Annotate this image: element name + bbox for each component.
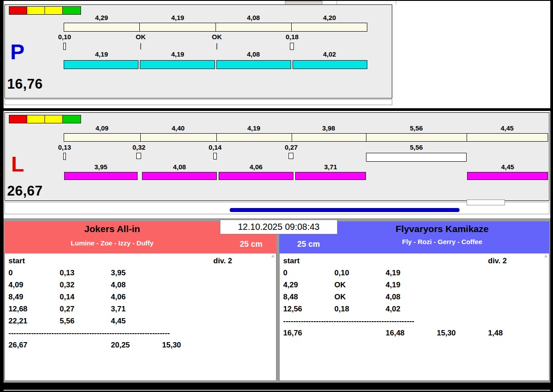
lane-l-upper-bar	[64, 133, 548, 142]
checkpoint-label: 0,10	[58, 33, 71, 41]
throw-value: 4,20	[323, 14, 336, 21]
bar-segment	[292, 134, 366, 141]
table-cell: 4,19	[386, 281, 400, 290]
start-label: start	[8, 257, 25, 265]
table-cell: 0,32	[60, 281, 74, 290]
team-left-panel: Jokers All-in Lumine - Zoe - Izzy - Duff…	[4, 221, 276, 381]
status-light-yellow-icon	[27, 7, 45, 14]
team-right-panel: Flyvaryors Kamikaze Fly - Rozi - Gerry -…	[279, 221, 549, 381]
checkpoint-tick	[140, 43, 141, 49]
team-name: Flyvaryors Kamikaze	[336, 224, 548, 234]
checkpoint-label: 0,13	[58, 143, 71, 151]
distance-label: 25 cm	[288, 240, 329, 249]
measure-marker	[290, 43, 294, 50]
bar-segment	[366, 134, 467, 141]
separator-dashes: ----------------------------------------…	[283, 317, 418, 326]
lane-divider	[4, 108, 550, 111]
status-light-red-icon	[9, 115, 27, 123]
table-cell: 4,02	[386, 305, 400, 314]
table-row: start div. 2	[5, 257, 276, 269]
separator-row: ----------------------------------------…	[280, 317, 549, 329]
checkpoint-label: OK	[136, 33, 146, 41]
bar-segment	[216, 60, 291, 69]
window-fragment	[337, 1, 396, 4]
lane-p-total: 16,76	[7, 76, 43, 92]
measure-marker	[213, 153, 217, 159]
scoreboard-window: 4,29 4,19 4,08 4,20 0,10 OK OK 0,18 4,19…	[0, 0, 553, 392]
throw-value: 4,19	[95, 50, 108, 58]
table-row: 8,48 OK 4,08	[280, 293, 549, 305]
table-row: 12,56 0,18 4,02	[280, 305, 549, 317]
status-lights	[9, 6, 81, 15]
team-players: Fly - Rozi - Gerry - Coffee	[336, 238, 548, 245]
throw-value: 5,56	[410, 124, 423, 132]
bar-segment	[216, 23, 292, 31]
lane-l-lower-bar-segment: 4,08	[142, 172, 217, 180]
bar-segment	[140, 23, 216, 31]
throw-value: 4,19	[247, 124, 260, 132]
throw-value: 4,02	[323, 50, 336, 58]
lane-l-lower-bar-segment: 4,45	[467, 172, 548, 180]
measure-marker	[63, 43, 66, 50]
table-row: 4,09 0,32 4,08	[5, 281, 276, 293]
table-row: 0 0,13 3,95	[5, 269, 276, 281]
throw-value: 4,08	[173, 163, 186, 171]
table-cell: 4,06	[111, 293, 126, 302]
mini-status-box	[467, 200, 505, 205]
bar-segment	[140, 60, 215, 69]
lane-p-panel: 4,29 4,19 4,08 4,20 0,10 OK OK 0,18 4,19…	[4, 4, 392, 98]
table-row: 8,49 0,14 4,06	[5, 293, 276, 305]
table-cell: 3,71	[111, 305, 126, 314]
throw-value: 3,98	[322, 124, 335, 132]
lane-l-lower-bar-segment: 3,95	[64, 172, 138, 180]
measure-marker	[289, 153, 293, 159]
table-cell: 12,68	[8, 305, 28, 314]
table-cell: 4,08	[386, 293, 400, 302]
table-cell: 0,14	[60, 293, 74, 302]
status-lights	[9, 115, 81, 123]
table-row: 12,68 0,27 3,71	[5, 305, 276, 317]
status-light-red-icon	[9, 7, 27, 14]
lane-l-total: 26,67	[7, 183, 43, 199]
table-cell: 8,48	[283, 293, 298, 302]
table-cell: 3,95	[111, 269, 126, 278]
lane-p-substrip	[4, 99, 392, 105]
bar-segment	[141, 134, 217, 141]
table-cell: 0,27	[60, 305, 74, 314]
lane-l-lower-bar-segment: 4,06	[219, 172, 293, 180]
datetime-display: 12.10.2025 09:08:43	[220, 220, 337, 234]
bar-segment	[217, 134, 292, 141]
status-light-green-icon	[63, 115, 81, 123]
total-cell: 16,76	[283, 329, 302, 338]
table-cell: OK	[334, 281, 346, 290]
throw-value: 3,71	[324, 163, 337, 171]
scroll-up-icon[interactable]: ^	[545, 254, 547, 260]
table-cell: 4,09	[8, 281, 23, 290]
window-content: 4,29 4,19 4,08 4,20 0,10 OK OK 0,18 4,19…	[4, 1, 550, 382]
scroll-up-icon[interactable]: ^	[272, 254, 274, 260]
team-name: Jokers All-in	[4, 224, 220, 234]
start-label: start	[283, 257, 300, 265]
status-light-yellow-icon	[27, 115, 45, 123]
bar-segment	[64, 23, 140, 31]
window-fragment	[285, 1, 322, 4]
team-left-score-area[interactable]: start div. 2 0 0,13 3,95 4,09 0,32 4,08	[4, 253, 276, 381]
checkpoint-tick	[216, 43, 217, 49]
table-row: 4,29 OK 4,19	[280, 281, 549, 293]
team-players: Lumine - Zoe - Izzy - Duffy	[4, 239, 220, 247]
throw-value: 4,19	[171, 50, 184, 58]
measure-marker	[63, 153, 66, 160]
checkpoint-label: 0,27	[285, 143, 297, 151]
distance-label: 25 cm	[231, 240, 272, 249]
table-row: start div. 2	[280, 257, 549, 269]
separator-dashes: ----------------------------------------…	[8, 329, 174, 338]
table-cell: 5,56	[60, 317, 74, 326]
table-cell: 0,10	[334, 269, 349, 278]
total-cell: 26,67	[8, 341, 28, 350]
throw-value: 4,29	[95, 14, 108, 21]
team-right-score-area[interactable]: start div. 2 0 0,10 4,19 4,29 OK 4,19	[279, 253, 549, 381]
total-cell: 20,25	[111, 341, 130, 350]
lane-p-upper-bar	[64, 23, 367, 32]
table-cell: 4,08	[111, 281, 126, 290]
table-cell: 22,21	[8, 317, 28, 326]
